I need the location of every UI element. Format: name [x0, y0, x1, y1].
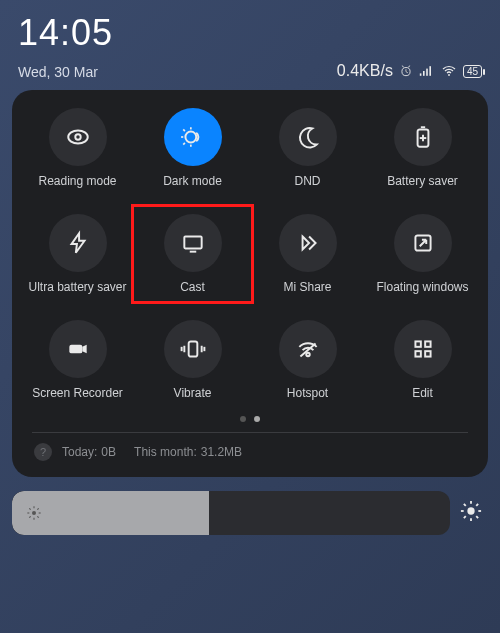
tile-ultra-battery-saver[interactable]: Ultra battery saver [20, 214, 135, 294]
videocam-icon [65, 336, 91, 362]
usage-month-value: 31.2MB [201, 445, 242, 459]
tile-circle [394, 214, 452, 272]
tile-label: Ultra battery saver [28, 280, 126, 294]
quick-settings-panel: Reading modeDark modeDNDBattery saverUlt… [12, 90, 488, 477]
eye-icon [65, 124, 91, 150]
battery-indicator: 45 [463, 65, 482, 78]
info-icon: ? [34, 443, 52, 461]
svg-line-14 [37, 508, 38, 509]
moon-icon [295, 124, 321, 150]
grid-icon [410, 336, 436, 362]
tile-circle [279, 320, 337, 378]
tile-cast[interactable]: Cast [135, 214, 250, 294]
tile-label: Hotspot [287, 386, 328, 400]
svg-line-21 [476, 516, 478, 518]
tile-label: DND [295, 174, 321, 188]
brightness-row [12, 491, 488, 535]
auto-brightness-button[interactable] [460, 500, 488, 526]
svg-line-13 [29, 516, 30, 517]
tile-circle [49, 320, 107, 378]
status-icons: 0.4KB/s 45 [337, 62, 482, 80]
tile-edit[interactable]: Edit [365, 320, 480, 400]
page-dot [254, 416, 260, 422]
svg-point-6 [32, 511, 36, 515]
wifi-icon [441, 63, 457, 79]
svg-line-22 [464, 516, 466, 518]
tile-circle [394, 320, 452, 378]
tile-circle [164, 108, 222, 166]
mishare-icon [295, 230, 321, 256]
svg-rect-3 [426, 69, 428, 76]
tile-circle [279, 108, 337, 166]
tile-label: Dark mode [163, 174, 222, 188]
svg-rect-2 [423, 71, 425, 76]
tile-circle [164, 214, 222, 272]
usage-today-value: 0B [101, 445, 116, 459]
tile-reading-mode[interactable]: Reading mode [20, 108, 135, 188]
tile-circle [279, 214, 337, 272]
usage-month-label: This month: [134, 445, 197, 459]
tile-circle [49, 214, 107, 272]
tile-label: Cast [180, 280, 205, 294]
tile-battery-saver[interactable]: Battery saver [365, 108, 480, 188]
svg-line-23 [476, 504, 478, 506]
tile-label: Floating windows [376, 280, 468, 294]
tile-label: Reading mode [38, 174, 116, 188]
page-indicator[interactable] [20, 416, 480, 422]
hotspot-icon [295, 336, 321, 362]
tile-circle [164, 320, 222, 378]
data-usage-row[interactable]: ? Today: 0B This month: 31.2MB [20, 433, 480, 463]
tile-circle [394, 108, 452, 166]
usage-today-label: Today: [62, 445, 97, 459]
tile-label: Edit [412, 386, 433, 400]
tile-screen-recorder[interactable]: Screen Recorder [20, 320, 135, 400]
alarm-icon [399, 64, 413, 78]
tile-dark-mode[interactable]: Dark mode [135, 108, 250, 188]
tile-label: Screen Recorder [32, 386, 123, 400]
svg-line-12 [37, 516, 38, 517]
svg-point-5 [448, 74, 450, 76]
brightness-high-icon [460, 500, 482, 522]
svg-line-20 [464, 504, 466, 506]
tile-label: Battery saver [387, 174, 458, 188]
network-speed: 0.4KB/s [337, 62, 393, 80]
date-text: Wed, 30 Mar [18, 64, 98, 80]
tile-circle [49, 108, 107, 166]
tile-vibrate[interactable]: Vibrate [135, 320, 250, 400]
svg-point-15 [467, 507, 474, 514]
bolt-icon [65, 230, 91, 256]
svg-line-11 [29, 508, 30, 509]
page-dot [240, 416, 246, 422]
battery-plus-icon [410, 124, 436, 150]
svg-rect-4 [429, 66, 431, 76]
tile-label: Mi Share [283, 280, 331, 294]
brightness-slider[interactable] [12, 491, 450, 535]
moon-sun-icon [180, 124, 206, 150]
vibrate-icon [180, 336, 206, 362]
signal-icon [419, 65, 435, 77]
tile-mi-share[interactable]: Mi Share [250, 214, 365, 294]
tile-hotspot[interactable]: Hotspot [250, 320, 365, 400]
clock-time: 14:05 [18, 12, 113, 54]
floatwin-icon [410, 230, 436, 256]
svg-rect-1 [420, 73, 422, 75]
tile-label: Vibrate [174, 386, 212, 400]
brightness-low-icon [26, 505, 42, 521]
tile-floating-windows[interactable]: Floating windows [365, 214, 480, 294]
tile-dnd[interactable]: DND [250, 108, 365, 188]
cast-icon [180, 230, 206, 256]
